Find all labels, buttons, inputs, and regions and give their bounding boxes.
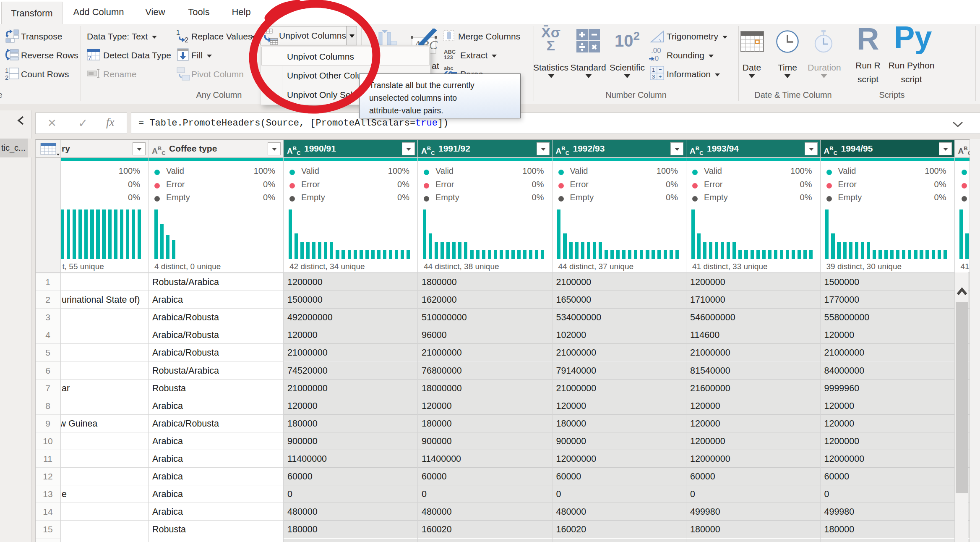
svg-text:123: 123 — [444, 54, 453, 60]
svg-text:−: − — [659, 66, 662, 73]
svg-text:2: 2 — [5, 74, 8, 81]
svg-text:3: 3 — [652, 73, 655, 80]
svg-text:?: ? — [88, 55, 91, 61]
svg-text:abc: abc — [444, 65, 453, 71]
svg-text:1: 1 — [5, 67, 8, 74]
svg-text:1: 1 — [652, 67, 655, 73]
svg-text:+: + — [659, 73, 662, 80]
svg-text:.00: .00 — [651, 47, 661, 55]
svg-text:1: 1 — [176, 29, 180, 36]
